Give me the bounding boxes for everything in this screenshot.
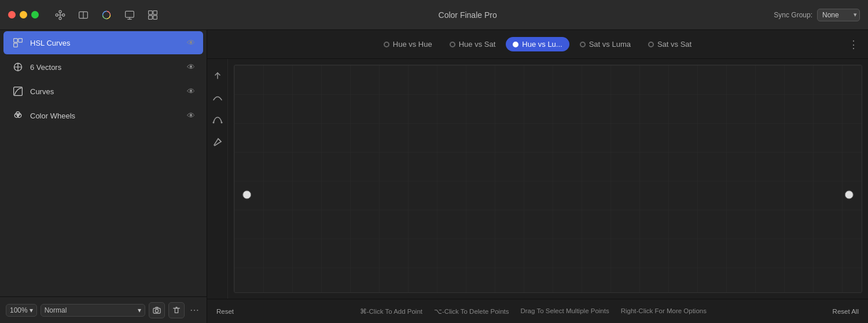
arrow-up-tool[interactable] [210,68,225,83]
vectors-label: 6 Vectors [30,63,181,72]
tab-label-hue-vs-sat: Hue vs Sat [459,40,496,49]
curves-label: Curves [30,87,181,96]
close-button[interactable] [8,11,16,18]
nodes-icon[interactable] [52,6,69,24]
tab-sat-vs-sat[interactable]: Sat vs Sat [641,37,698,51]
tab-label-hue-vs-hue: Hue vs Hue [393,40,432,49]
svg-rect-9 [126,11,134,17]
tab-hue-vs-sat[interactable]: Hue vs Sat [443,37,503,51]
tab-label-sat-vs-luma: Sat vs Luma [589,40,631,49]
hint-drag-select: Drag To Select Multiple Points [520,307,609,315]
bezier-tool[interactable] [210,112,225,127]
tab-label-sat-vs-sat: Sat vs Sat [657,40,692,49]
tab-bar: Hue vs Hue Hue vs Sat Hue vs Lu... Sat v… [377,37,698,51]
sidebar-items: HSL Curves 👁 6 Vectors 👁 Curves 👁 [0,30,207,296]
color-wheels-label: Color Wheels [30,112,181,120]
content-footer: Reset ⌘-Click To Add Point ⌥-Click To De… [207,299,868,323]
curve-area[interactable] [228,59,868,299]
app-title: Color Finale Pro [167,10,768,20]
sync-group: Sync Group: None Group 1 Group 2 Group 3 [774,9,860,21]
delete-button[interactable] [168,302,185,318]
zoom-value: 100% [10,306,28,314]
minimize-button[interactable] [20,11,27,18]
content-header: Hue vs Hue Hue vs Sat Hue vs Lu... Sat v… [207,30,868,59]
content-more-button[interactable]: ⋮ [848,38,859,51]
svg-rect-12 [149,10,153,14]
svg-rect-14 [149,15,153,19]
blend-value: Normal [45,306,67,314]
maximize-button[interactable] [31,11,39,18]
toolbar-icons [52,6,161,24]
color-wheels-eye[interactable]: 👁 [187,111,195,120]
grid-svg [234,65,862,292]
blend-arrow: ▾ [138,306,141,314]
tab-sat-vs-luma[interactable]: Sat vs Luma [573,37,638,51]
reset-button[interactable]: Reset [216,308,234,315]
hsl-curves-eye[interactable]: 👁 [187,38,195,47]
more-options-button[interactable]: ⋯ [188,304,201,317]
titlebar: Color Finale Pro Sync Group: None Group … [0,0,868,30]
pen-tool[interactable] [210,134,225,149]
monitor-icon[interactable] [121,6,138,24]
tab-label-hue-vs-lu: Hue vs Lu... [522,40,562,49]
tab-hue-vs-hue[interactable]: Hue vs Hue [377,37,439,51]
curves-eye[interactable]: 👁 [187,87,195,96]
curve-canvas[interactable] [234,65,862,293]
color-wheels-icon [12,109,24,122]
sync-select-wrap[interactable]: None Group 1 Group 2 Group 3 [817,9,860,21]
svg-rect-15 [153,15,157,19]
sidebar: HSL Curves 👁 6 Vectors 👁 Curves 👁 [0,30,207,323]
footer-hints: ⌘-Click To Add Point ⌥-Click To Delete P… [360,307,707,315]
sidebar-footer: 100% ▾ Normal ▾ ⋯ [0,296,207,323]
editor [207,59,868,299]
tab-hue-vs-lu[interactable]: Hue vs Lu... [506,37,569,51]
camera-button[interactable] [149,302,165,318]
color-wheel-icon[interactable] [98,6,115,24]
sync-label: Sync Group: [774,11,812,19]
svg-point-29 [212,122,214,124]
zoom-arrow: ▾ [30,306,33,314]
tab-dot-hue-vs-lu [513,42,518,47]
vectors-icon [12,61,24,73]
grid-icon[interactable] [144,6,161,24]
sidebar-item-color-wheels[interactable]: Color Wheels 👁 [3,104,203,127]
sidebar-item-6-vectors[interactable]: 6 Vectors 👁 [3,55,203,79]
hsl-curves-label: HSL Curves [30,39,181,47]
hint-right-click: Right-Click For More Options [621,307,707,315]
svg-rect-33 [234,65,862,292]
svg-point-27 [155,309,158,312]
sidebar-item-hsl-curves[interactable]: HSL Curves 👁 [3,31,203,54]
tab-dot-hue-vs-hue [384,42,389,47]
reset-all-button[interactable]: Reset All [833,308,859,315]
hint-delete-points: ⌥-Click To Delete Points [434,307,509,315]
curve-tool[interactable] [210,90,225,105]
traffic-lights [8,11,39,18]
content-area: Hue vs Hue Hue vs Sat Hue vs Lu... Sat v… [207,30,868,323]
curves-icon [12,85,24,98]
svg-rect-16 [14,39,18,43]
tab-dot-sat-vs-sat [648,42,654,47]
hsl-icon [12,36,24,49]
sync-select[interactable]: None Group 1 Group 2 Group 3 [817,9,860,21]
vectors-eye[interactable]: 👁 [187,62,195,72]
blend-mode-control[interactable]: Normal ▾ [41,304,145,317]
tab-dot-sat-vs-luma [580,42,586,47]
svg-rect-13 [153,10,157,14]
main-content: HSL Curves 👁 6 Vectors 👁 Curves 👁 [0,30,868,323]
tool-bar [207,59,228,299]
svg-rect-17 [19,39,23,43]
hint-add-point: ⌘-Click To Add Point [360,307,422,315]
svg-point-30 [220,122,222,124]
sidebar-item-curves[interactable]: Curves 👁 [3,80,203,103]
svg-line-31 [218,139,221,142]
compare-icon[interactable] [75,6,92,24]
zoom-control[interactable]: 100% ▾ [6,304,37,317]
tab-dot-hue-vs-sat [450,42,455,47]
svg-rect-18 [14,43,18,47]
